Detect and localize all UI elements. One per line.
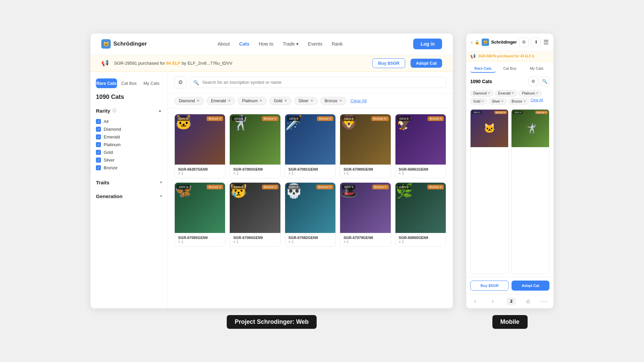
checkbox-gold-box <box>96 150 101 155</box>
mobile-adopt-button[interactable]: Adopt Cat <box>512 281 549 291</box>
mobile-next-button[interactable]: › <box>489 297 496 306</box>
mobile-tag-platinum-close[interactable]: ✕ <box>536 92 539 95</box>
tag-platinum[interactable]: Platinum ✕ <box>238 97 267 105</box>
nav-events[interactable]: Events <box>308 41 322 47</box>
adopt-cat-button[interactable]: Adopt Cat <box>411 59 442 68</box>
generation-filter-header[interactable]: Generation ▾ <box>96 191 162 201</box>
tag-diamond[interactable]: Diamond ✕ <box>174 97 204 105</box>
cat-card-2[interactable]: 🤺 GEN 9 Bronze V SGR-67083GEN9 × 1 <box>229 114 280 178</box>
tag-platinum-close[interactable]: ✕ <box>259 99 262 103</box>
mobile-tag-silver[interactable]: Silver ✕ <box>489 98 507 105</box>
mobile-back-icon[interactable]: ‹ <box>471 39 473 45</box>
rarity-filter-header[interactable]: Rarity ⓘ ▲ <box>96 106 162 116</box>
mobile-menu-icon[interactable]: ☰ <box>543 39 549 46</box>
mobile-label: Mobile <box>492 315 528 329</box>
cat-id-4: × 1 <box>343 171 387 175</box>
cat-card-8[interactable]: 💀 GEN 9 Bronze IV SGR-67082GEN9 × 1 <box>285 182 336 247</box>
mobile-page-number: 2 <box>507 298 516 305</box>
mobile-tag-diamond[interactable]: Diamond ✕ <box>470 90 493 97</box>
nav-howto[interactable]: How to <box>259 41 273 47</box>
mobile-home-icon[interactable]: ⌂ <box>526 298 530 305</box>
search-input[interactable] <box>190 77 446 88</box>
tag-diamond-close[interactable]: ✕ <box>197 99 200 103</box>
mobile-tab-rare-cats[interactable]: Rare Cats <box>470 65 496 73</box>
mobile-tab-cat-box[interactable]: Cat Box <box>497 65 523 73</box>
tag-emerald-close[interactable]: ✕ <box>228 99 231 103</box>
checkbox-silver[interactable]: Silver <box>96 156 162 164</box>
checkbox-bronze-box <box>96 165 101 170</box>
tag-silver-close[interactable]: ✕ <box>310 99 313 103</box>
nav-cats[interactable]: Cats <box>239 41 249 47</box>
filter-button[interactable]: ⚙ <box>174 76 186 88</box>
cat-card-6[interactable]: 🦋 GEN 9 Bronze V SGR-67085GEN9 × 1 <box>174 182 225 247</box>
filter-tags-row: Diamond ✕ Emerald ✕ Platinum ✕ Gold <box>168 94 453 109</box>
mobile-buy-button[interactable]: Buy $SGR <box>470 281 509 291</box>
mobile-logo: 🐱 Schrödinger <box>482 39 517 46</box>
mobile-tag-diamond-close[interactable]: ✕ <box>488 92 490 95</box>
login-button[interactable]: Log in <box>413 39 442 49</box>
mobile-panel: ‹ 🔒 🐱 Schrödinger ⚙ ⬆ ☰ 📢 SGR-58876 <box>466 34 553 308</box>
tab-cat-box[interactable]: Cat Box <box>118 78 140 88</box>
mobile-tag-platinum[interactable]: Platinum ✕ <box>519 90 542 97</box>
mobile-tag-gold-close[interactable]: ✕ <box>481 100 484 103</box>
tag-bronze[interactable]: Bronze ✕ <box>320 97 346 105</box>
checkbox-gold[interactable]: Gold <box>96 148 162 156</box>
tag-gold[interactable]: Gold ✕ <box>269 97 291 105</box>
traits-label: Traits <box>96 180 109 185</box>
checkbox-diamond[interactable]: Diamond <box>96 125 162 133</box>
cat-card-10[interactable]: 🌿 GEN 9 Bronze V SGR-66860GEN9 × 1 <box>395 182 446 247</box>
mobile-megaphone-icon: 📢 <box>470 54 476 59</box>
traits-filter-header[interactable]: Traits ▾ <box>96 178 162 187</box>
cat-card-1[interactable]: 🐱 GEN 9 Bronze V SGR-66287GEN9 × 1 <box>174 114 225 178</box>
cats-grid-area: 🐱 GEN 9 Bronze V SGR-66287GEN9 × 1 <box>168 109 453 308</box>
cat-card-7[interactable]: 😿 GEN 9 Bronze V SGR-67084GEN9 × 1 <box>229 182 280 247</box>
mobile-more-icon[interactable]: ··· <box>540 297 548 305</box>
rarity-label: Rarity <box>96 108 110 114</box>
mobile-banner: 📢 SGR-58876 purchased for 44 ELF b <box>466 51 553 61</box>
mobile-cat-card-2[interactable]: 🤺 GEN 9 Bronze V <box>511 109 549 274</box>
checkbox-platinum[interactable]: Platinum <box>96 141 162 148</box>
traits-chevron-icon: ▾ <box>160 180 162 185</box>
cat-name-7: SGR-67084GEN9 <box>233 236 277 240</box>
checkbox-all-box <box>96 119 101 124</box>
cat-image-7: 😿 GEN 9 Bronze V <box>230 183 280 233</box>
mobile-settings-icon[interactable]: ⚙ <box>519 38 529 47</box>
cat-name-10: SGR-66860GEN9 <box>399 236 442 240</box>
tag-emerald[interactable]: Emerald ✕ <box>207 97 235 105</box>
mobile-lock-icon: 🔒 <box>475 40 480 45</box>
tag-gold-close[interactable]: ✕ <box>284 99 287 103</box>
checkbox-bronze[interactable]: Bronze <box>96 164 162 172</box>
tab-my-cats[interactable]: My Cats <box>141 78 162 88</box>
mobile-prev-button[interactable]: ‹ <box>472 297 479 306</box>
cat-card-4[interactable]: 🦁 GEN 9 Bronze IV SGR-67080GEN9 × 1 <box>340 114 391 178</box>
mobile-search-button[interactable]: 🔍 <box>540 77 549 86</box>
mobile-clear-all[interactable]: Clear All <box>531 98 543 105</box>
mobile-tag-gold[interactable]: Gold ✕ <box>470 98 487 105</box>
nav-about[interactable]: About <box>218 41 230 47</box>
mobile-tag-silver-close[interactable]: ✕ <box>501 100 504 103</box>
nav-rank[interactable]: Rank <box>332 41 343 47</box>
mobile-tag-emerald[interactable]: Emerald ✕ <box>495 90 517 97</box>
clear-all-link[interactable]: Clear All <box>351 98 367 103</box>
cat-image-4: 🦁 GEN 9 Bronze IV <box>340 114 390 165</box>
mobile-filter-button[interactable]: ⚙ <box>529 77 538 86</box>
generation-filter: Generation ▾ <box>96 191 162 201</box>
mobile-tab-my-cats[interactable]: My Cats <box>524 65 549 73</box>
tag-silver[interactable]: Silver ✕ <box>294 97 318 105</box>
cat-image-5: 🦅 GEN 9 Bronze II <box>395 114 446 165</box>
buy-sgr-button[interactable]: Buy $SGR <box>372 58 405 68</box>
cats-count: 1090 Cats <box>96 94 162 101</box>
checkbox-emerald[interactable]: Emerald <box>96 133 162 141</box>
cat-card-5[interactable]: 🦅 GEN 9 Bronze II SGR-66861GEN9 × 1 <box>395 114 446 178</box>
mobile-cat-card-1[interactable]: 🐱 GEN 9 Bronze V <box>470 109 508 274</box>
mobile-tag-emerald-close[interactable]: ✕ <box>512 92 514 95</box>
checkbox-all[interactable]: All <box>96 118 162 125</box>
mobile-tag-bronze[interactable]: Bronze ✕ <box>508 98 529 105</box>
mobile-tag-bronze-close[interactable]: ✕ <box>523 100 526 103</box>
cat-card-9[interactable]: 🎩 GEN 9 Bronze V SGR-67079GEN9 × 1 <box>340 182 391 247</box>
cat-card-3[interactable]: 🗡️ GEN 9 Bronze V SGR-67081GEN9 × 1 <box>285 114 336 178</box>
nav-trade[interactable]: Trade ▾ <box>283 41 299 47</box>
tag-bronze-close[interactable]: ✕ <box>339 99 342 103</box>
tab-rare-cats[interactable]: Rare Cats <box>96 78 117 88</box>
mobile-share-icon[interactable]: ⬆ <box>531 38 541 47</box>
